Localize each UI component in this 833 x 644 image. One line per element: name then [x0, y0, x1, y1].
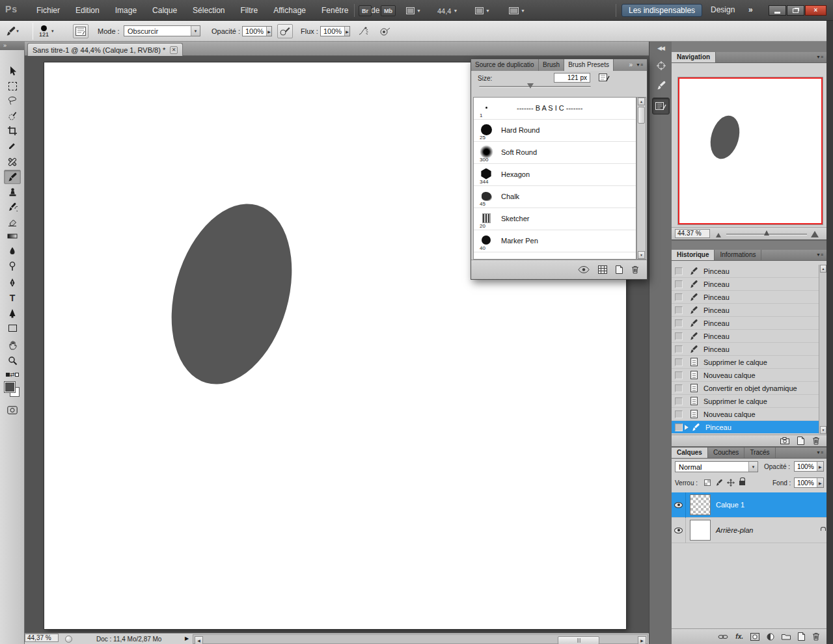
trash-icon[interactable]: [812, 632, 820, 641]
dock-clone-source-button[interactable]: [652, 57, 670, 74]
panel-menu-icon[interactable]: ▼≡: [816, 52, 826, 62]
history-step[interactable]: Supprimer le calque: [672, 356, 819, 369]
clone-stamp-tool[interactable]: [4, 185, 21, 199]
tab-brush[interactable]: Brush: [539, 59, 564, 71]
layer-row-selected[interactable]: Calque 1: [672, 492, 826, 518]
trash-icon[interactable]: [812, 436, 820, 445]
menu-filtre[interactable]: Filtre: [232, 0, 266, 21]
restore-button[interactable]: [787, 5, 804, 16]
lasso-tool[interactable]: [4, 94, 21, 108]
history-source-well[interactable]: [675, 358, 683, 366]
expand-dock-chevron[interactable]: ◀◀: [657, 45, 664, 51]
pressure-size-button[interactable]: [377, 24, 393, 38]
history-source-well[interactable]: [675, 410, 683, 418]
quick-mask-button[interactable]: [4, 403, 21, 417]
tab-close-icon[interactable]: ✕: [170, 46, 178, 54]
minimize-button[interactable]: [769, 5, 786, 16]
new-document-from-state-icon[interactable]: [780, 437, 789, 444]
tool-preset-picker[interactable]: ▾: [4, 24, 20, 38]
tab-clone-source[interactable]: Source de duplicatio: [471, 59, 539, 71]
blur-tool[interactable]: [4, 244, 21, 258]
hand-tool[interactable]: [4, 338, 21, 352]
menu-fichier[interactable]: Fichier: [29, 0, 68, 21]
dock-brush-presets-button[interactable]: [652, 98, 670, 114]
flow-input[interactable]: 100% ▶: [320, 26, 350, 36]
menu-edition[interactable]: Edition: [68, 0, 107, 21]
scroll-right-icon[interactable]: ▶: [638, 636, 646, 644]
history-step[interactable]: Pinceau: [672, 317, 819, 330]
menu-selection[interactable]: Sélection: [185, 0, 232, 21]
history-source-well[interactable]: [675, 293, 683, 301]
new-layer-icon[interactable]: [798, 632, 805, 641]
status-zoom-field[interactable]: 44,37 %: [25, 634, 59, 642]
menu-calque[interactable]: Calque: [144, 0, 185, 21]
brush-preset-row[interactable]: 45 Chalk: [474, 186, 636, 208]
history-step[interactable]: Convertir en objet dynamique: [672, 382, 819, 395]
add-mask-icon[interactable]: [750, 633, 759, 641]
zoom-tool[interactable]: [4, 353, 21, 368]
history-step[interactable]: Pinceau: [672, 343, 819, 356]
history-step[interactable]: Pinceau: [672, 330, 819, 343]
tab-traces[interactable]: Tracés: [744, 448, 775, 458]
history-source-well[interactable]: [675, 384, 683, 392]
size-slider-thumb[interactable]: [527, 83, 534, 88]
quick-selection-tool[interactable]: [4, 109, 21, 123]
scrollbar-thumb[interactable]: [638, 107, 645, 124]
dock-brush-button[interactable]: [652, 77, 670, 94]
scroll-left-icon[interactable]: ◀: [195, 636, 203, 644]
swap-colors-control[interactable]: ⇄: [4, 368, 21, 382]
scroll-up-icon[interactable]: ▲: [820, 265, 826, 273]
toggle-brush-size-button[interactable]: [596, 71, 612, 84]
panel-menu-icon[interactable]: ▼≡: [816, 448, 826, 458]
layer-fill-input[interactable]: 100% ▶: [794, 477, 824, 488]
toggle-brush-panel-button[interactable]: [73, 24, 89, 38]
healing-brush-tool[interactable]: [4, 155, 21, 169]
history-step[interactable]: Nouveau calque: [672, 369, 819, 382]
scroll-down-icon[interactable]: ▼: [638, 251, 645, 259]
new-snapshot-icon[interactable]: [797, 436, 804, 445]
history-state-marker[interactable]: [685, 425, 689, 430]
layer-opacity-input[interactable]: 100% ▶: [794, 461, 824, 472]
menu-fenetre[interactable]: Fenêtre: [314, 0, 356, 21]
zoom-level-control[interactable]: 44,4 ▼: [435, 5, 460, 16]
layer-style-button[interactable]: fx.: [735, 633, 743, 640]
new-preset-icon[interactable]: [616, 265, 623, 274]
brush-preset-picker[interactable]: 121 ▾: [39, 23, 69, 39]
history-scrollbar[interactable]: ▲ ▼: [819, 265, 826, 434]
menu-image[interactable]: Image: [107, 0, 144, 21]
texture-toggle-icon[interactable]: [598, 265, 607, 274]
status-flyout-arrow[interactable]: ▶: [185, 636, 189, 641]
visibility-toggle[interactable]: [672, 492, 686, 518]
guides-button[interactable]: ▼: [403, 5, 424, 16]
pen-tool[interactable]: [4, 276, 21, 290]
workspace-design-button[interactable]: Design: [711, 5, 735, 14]
size-value-field[interactable]: 121 px: [554, 73, 590, 83]
new-group-icon[interactable]: [782, 633, 791, 640]
workspace-overflow-chevron[interactable]: »: [748, 5, 753, 14]
navigator-proxy-view[interactable]: [678, 77, 823, 224]
workspace-essentials-button[interactable]: Les indispensables: [621, 4, 702, 17]
history-source-well[interactable]: [675, 345, 683, 353]
zoom-in-mountain-icon[interactable]: [811, 231, 819, 237]
document-tab[interactable]: Sans titre-1 @ 44,4% (Calque 1, RVB/8) *…: [27, 43, 183, 56]
tab-historique[interactable]: Historique: [672, 250, 715, 260]
foreground-color-swatch[interactable]: [5, 382, 15, 392]
brush-preset-row[interactable]: Fang Zhu: [474, 252, 636, 260]
history-brush-tool[interactable]: [4, 200, 21, 214]
brush-preset-row[interactable]: 300 Soft Round: [474, 142, 636, 164]
history-step-selected[interactable]: Pinceau: [672, 421, 819, 434]
layer-row[interactable]: Arrière-plan: [672, 518, 826, 543]
brush-list-scrollbar[interactable]: ▲ ▼: [636, 97, 646, 260]
visibility-toggle[interactable]: [672, 518, 686, 543]
size-slider-track[interactable]: [479, 86, 591, 88]
arrange-documents-button[interactable]: ▼: [472, 5, 493, 16]
type-tool[interactable]: T: [4, 291, 21, 305]
eraser-tool[interactable]: [4, 215, 21, 229]
brush-preset-row[interactable]: 40 Marker Pen: [474, 230, 636, 252]
airbrush-button[interactable]: [355, 24, 371, 38]
navigator-zoom-thumb[interactable]: [764, 230, 769, 235]
tools-collapse-chevron[interactable]: »: [0, 42, 25, 50]
lock-all-icon[interactable]: [738, 479, 746, 487]
bridge-button[interactable]: Br: [359, 5, 372, 16]
tab-brush-presets[interactable]: Brush Presets: [564, 59, 614, 71]
